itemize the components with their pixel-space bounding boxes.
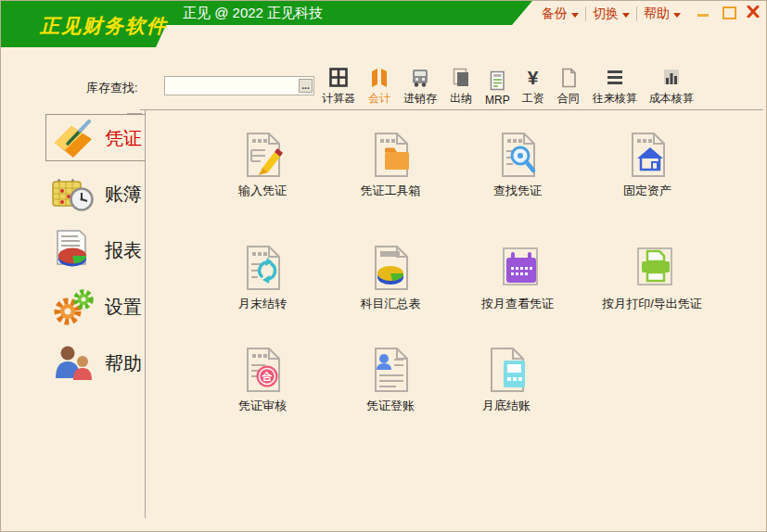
content-item-search-voucher[interactable]: 查找凭证 <box>448 131 587 199</box>
sidebar-item-reports[interactable]: 报表 <box>51 229 142 272</box>
toolbar-item-mrp[interactable]: MRP <box>485 70 510 107</box>
maximize-button[interactable] <box>722 6 735 18</box>
month-end-transfer-icon <box>240 244 285 292</box>
sidebar-item-label: 设置 <box>105 295 142 320</box>
sidebar-divider <box>145 109 146 518</box>
voucher-toolbox-icon <box>368 131 413 179</box>
chevron-down-icon <box>622 13 630 18</box>
close-icon <box>747 6 760 18</box>
voucher-review-icon: 合 <box>240 346 285 394</box>
chevron-down-icon <box>673 13 681 18</box>
toolbar-item-label: 成本核算 <box>649 91 694 107</box>
help-people-icon <box>51 342 96 385</box>
close-button[interactable] <box>747 6 760 18</box>
bar-chart-icon <box>659 67 684 89</box>
cashier-card-icon <box>449 67 473 89</box>
content-item-label: 月末结转 <box>193 296 332 312</box>
menu-bar: 备份 切换 帮助 <box>542 6 681 22</box>
sidebar-item-ledger[interactable]: 账簿 <box>49 172 142 215</box>
content-item-monthly-print-export[interactable]: 按月打印/导出凭证 <box>582 244 722 312</box>
content-item-label: 输入凭证 <box>193 183 332 199</box>
voucher-icon <box>51 117 96 159</box>
content-item-month-end-transfer[interactable]: 月末结转 <box>193 244 332 312</box>
toolbar-item-contract[interactable]: 合同 <box>556 67 581 107</box>
ledger-icon <box>49 172 96 215</box>
sidebar-item-label: 凭证 <box>105 126 142 151</box>
mrp-report-icon <box>485 70 509 92</box>
toolbar-item-cashier[interactable]: 出纳 <box>449 67 473 107</box>
calculator-icon <box>326 67 351 89</box>
content-item-label: 固定资产 <box>578 183 717 199</box>
menu-switch-label: 切换 <box>593 6 619 22</box>
fixed-assets-icon <box>625 131 670 179</box>
toolbar-item-label: 进销存 <box>403 91 437 107</box>
toolbar-item-cost-accounting[interactable]: 成本核算 <box>649 67 694 107</box>
stamp-character: 合 <box>261 371 274 382</box>
toolbar-item-current-accounts[interactable]: 往来核算 <box>593 67 637 107</box>
content-item-label: 科目汇总表 <box>321 296 460 312</box>
module-toolbar: 计算器 会计 进销存 <box>322 67 694 107</box>
toolbar-item-payroll[interactable]: ¥ 工资 <box>522 67 544 107</box>
sidebar-item-label: 帮助 <box>105 351 142 376</box>
content-item-voucher-toolbox[interactable]: 凭证工具箱 <box>321 131 460 199</box>
content-item-monthly-view-voucher[interactable]: 按月查看凭证 <box>448 244 587 312</box>
app-window: { "colors": { "titlebar_green": "#169816… <box>0 0 767 532</box>
voucher-posting-icon <box>368 346 413 394</box>
menu-switch[interactable]: 切换 <box>593 6 630 22</box>
yuan-glyph: ¥ <box>528 68 539 88</box>
chevron-down-icon <box>571 13 579 18</box>
content-item-fixed-assets[interactable]: 固定资产 <box>578 131 717 199</box>
menu-backup[interactable]: 备份 <box>542 6 579 22</box>
inventory-search-input[interactable] <box>164 76 314 95</box>
menu-divider <box>585 6 586 21</box>
content-item-label: 按月打印/导出凭证 <box>582 296 722 312</box>
truck-icon <box>408 67 432 89</box>
toolbar-item-inventory[interactable]: 进销存 <box>403 67 437 107</box>
content-item-month-end-closing[interactable]: 月底结账 <box>437 346 576 414</box>
list-lines-icon <box>603 67 627 89</box>
content-item-input-voucher[interactable]: 输入凭证 <box>193 131 332 199</box>
yuan-icon: ¥ <box>528 67 539 89</box>
sidebar-item-label: 报表 <box>105 238 142 263</box>
month-end-closing-icon <box>484 346 529 394</box>
search-more-button[interactable]: ... <box>299 79 313 93</box>
toolbar-item-label: 工资 <box>522 91 544 107</box>
inventory-search-label: 库存查找: <box>86 80 138 96</box>
account-summary-icon <box>368 244 413 292</box>
toolbar-item-label: 会计 <box>368 91 390 107</box>
toolbar-item-label: 计算器 <box>322 91 355 107</box>
toolbar-divider <box>140 109 763 110</box>
input-voucher-icon <box>240 131 285 179</box>
sidebar-item-settings[interactable]: 设置 <box>51 285 142 328</box>
menu-backup-label: 备份 <box>542 6 568 22</box>
report-icon <box>51 229 96 272</box>
monthly-view-voucher-icon <box>495 244 540 292</box>
window-controls <box>697 6 760 18</box>
toolbar-item-label: 往来核算 <box>593 91 637 107</box>
toolbar-item-calculator[interactable]: 计算器 <box>322 67 355 107</box>
accounting-book-icon <box>367 67 391 89</box>
minimize-button[interactable] <box>697 6 709 18</box>
content-item-account-summary[interactable]: 科目汇总表 <box>321 244 460 312</box>
settings-gears-icon <box>51 285 96 328</box>
toolbar-item-label: 出纳 <box>450 91 472 107</box>
menu-help-label: 帮助 <box>644 6 670 22</box>
sidebar-item-label: 账簿 <box>105 182 142 207</box>
sidebar-item-voucher[interactable]: 凭证 <box>51 117 142 159</box>
monthly-print-export-icon <box>630 244 674 292</box>
menu-help[interactable]: 帮助 <box>644 6 681 22</box>
content-item-label: 按月查看凭证 <box>448 296 587 312</box>
content-item-label: 月底结账 <box>437 398 576 414</box>
menu-divider <box>636 6 637 21</box>
content-item-voucher-review[interactable]: 合 凭证审核 <box>193 346 332 414</box>
window-title: 正见 @ 2022 正见科技 <box>183 5 323 22</box>
search-voucher-icon <box>495 131 540 179</box>
content-item-label: 查找凭证 <box>448 183 587 199</box>
toolbar-item-accounting[interactable]: 会计 <box>367 67 391 107</box>
contract-file-icon <box>556 67 581 89</box>
toolbar-item-label: 合同 <box>557 91 580 107</box>
toolbar-item-label: MRP <box>485 94 510 107</box>
content-item-label: 凭证工具箱 <box>321 183 460 199</box>
sidebar-item-help[interactable]: 帮助 <box>51 342 142 385</box>
content-item-label: 凭证审核 <box>193 398 332 414</box>
